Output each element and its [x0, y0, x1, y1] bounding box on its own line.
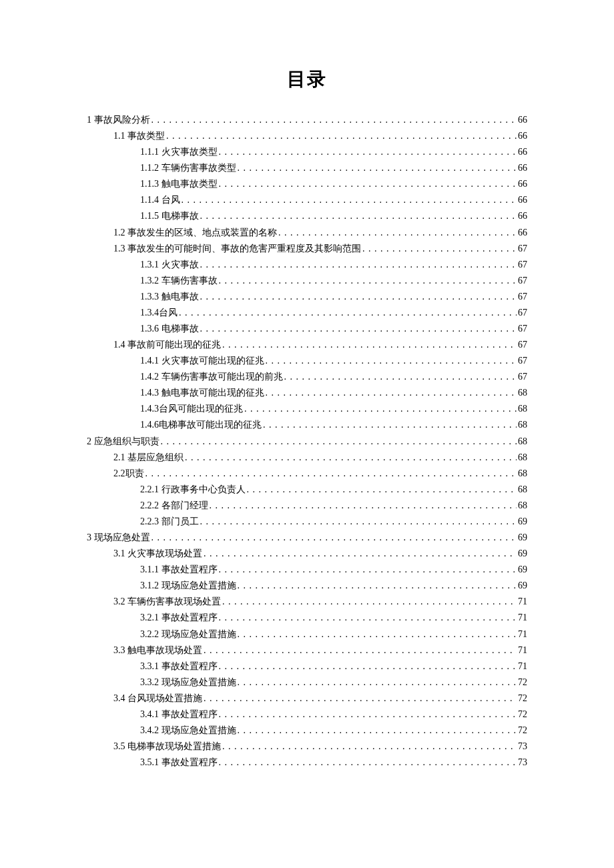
toc-entry-page: 66 [518, 144, 527, 160]
toc-entry-page: 68 [518, 482, 527, 498]
toc-leader-dots [238, 160, 517, 176]
toc-entry-label: 1.1 事故类型 [113, 128, 165, 144]
toc-entry[interactable]: 2.2职责68 [87, 466, 527, 482]
toc-entry-label: 3.5.1 事故处置程序 [140, 755, 218, 771]
toc-entry[interactable]: 1 事故风险分析66 [87, 112, 527, 128]
toc-entry[interactable]: 2.2.1 行政事务中心负责人68 [87, 482, 527, 498]
toc-entry[interactable]: 2.2.3 部门员工69 [87, 514, 527, 530]
toc-entry[interactable]: 2 应急组织与职责68 [87, 434, 527, 450]
toc-entry[interactable]: 1.3.1 火灾事故67 [87, 257, 527, 273]
toc-leader-dots [278, 225, 517, 241]
toc-entry-page: 69 [518, 530, 527, 546]
toc-leader-dots [238, 675, 517, 691]
toc-leader-dots [222, 594, 517, 610]
toc-leader-dots [182, 192, 517, 208]
toc-entry[interactable]: 1.3.2 车辆伤害事故67 [87, 273, 527, 289]
toc-leader-dots [200, 257, 517, 273]
toc-entry-page: 67 [518, 305, 527, 321]
toc-leader-dots [166, 128, 517, 144]
toc-leader-dots [200, 289, 517, 305]
toc-entry[interactable]: 3.3 触电事故现场处置71 [87, 642, 527, 659]
toc-leader-dots [247, 482, 517, 498]
toc-leader-dots [145, 466, 517, 482]
toc-entry[interactable]: 3.1.2 现场应急处置措施69 [87, 578, 527, 594]
toc-entry[interactable]: 3.2.2 现场应急处置措施71 [87, 626, 527, 642]
toc-entry-label: 1.3.3 触电事故 [140, 289, 199, 305]
toc-entry[interactable]: 3.2.1 事故处置程序71 [87, 610, 527, 626]
toc-entry[interactable]: 1.4.3 触电事故可能出现的征兆68 [87, 385, 527, 401]
toc-entry[interactable]: 1.4 事故前可能出现的征兆67 [87, 337, 527, 353]
toc-leader-dots [238, 578, 517, 594]
toc-entry[interactable]: 2.1 基层应急组织68 [87, 450, 527, 466]
toc-entry-label: 1.4.3 触电事故可能出现的征兆 [140, 385, 264, 401]
toc-entry-label: 3 现场应急处置 [87, 530, 150, 546]
toc-entry[interactable]: 1.4.1 火灾事故可能出现的征兆67 [87, 353, 527, 369]
toc-entry-label: 3.3.1 事故处置程序 [140, 659, 218, 675]
toc-leader-dots [204, 691, 517, 707]
toc-leader-dots [219, 707, 517, 723]
toc-leader-dots [151, 112, 517, 128]
toc-entry-label: 2.2.3 部门员工 [140, 514, 199, 530]
toc-entry[interactable]: 1.3.6 电梯事故67 [87, 321, 527, 337]
toc-entry-page: 67 [518, 273, 527, 289]
toc-entry-label: 1.1.1 火灾事故类型 [140, 144, 218, 160]
toc-entry-label: 3.3 触电事故现场处置 [113, 642, 202, 659]
toc-entry-page: 66 [518, 225, 527, 241]
toc-entry[interactable]: 3.1 火灾事故现场处置69 [87, 546, 527, 562]
toc-entry[interactable]: 3.3.1 事故处置程序71 [87, 659, 527, 675]
toc-entry-label: 3.2 车辆伤害事故现场处置 [113, 594, 221, 610]
toc-entry[interactable]: 2.2.2 各部门经理68 [87, 498, 527, 514]
toc-leader-dots [263, 417, 517, 433]
toc-entry[interactable]: 1.1.2 车辆伤害事故类型66 [87, 160, 527, 176]
toc-entry[interactable]: 1.1.5 电梯事故66 [87, 208, 527, 224]
toc-entry-label: 3.3.2 现场应急处置措施 [140, 675, 236, 691]
toc-entry-label: 3.4 台风现场处置措施 [113, 691, 202, 707]
toc-entry[interactable]: 1.3 事故发生的可能时间、事故的危害严重程度及其影响范围67 [87, 241, 527, 257]
toc-entry[interactable]: 1.1.1 火灾事故类型66 [87, 144, 527, 160]
toc-entry[interactable]: 3.4.1 事故处置程序72 [87, 707, 527, 723]
toc-entry[interactable]: 3.4.2 现场应急处置措施72 [87, 723, 527, 739]
toc-entry[interactable]: 1.4.3台风可能出现的征兆68 [87, 401, 527, 417]
toc-entry-page: 71 [518, 659, 527, 675]
toc-entry[interactable]: 1.2 事故发生的区域、地点或装置的名称66 [87, 225, 527, 241]
toc-leader-dots [219, 659, 517, 675]
toc-entry[interactable]: 1.3.3 触电事故67 [87, 289, 527, 305]
toc-leader-dots [266, 385, 517, 401]
toc-leader-dots [151, 530, 517, 546]
toc-entry-page: 66 [518, 160, 527, 176]
toc-entry-label: 1.1.5 电梯事故 [140, 208, 199, 224]
toc-entry-label: 2.2.1 行政事务中心负责人 [140, 482, 246, 498]
toc-entry[interactable]: 3.2 车辆伤害事故现场处置71 [87, 594, 527, 610]
toc-entry[interactable]: 3.4 台风现场处置措施72 [87, 691, 527, 707]
toc-entry-label: 2 应急组织与职责 [87, 434, 160, 450]
toc-entry-page: 69 [518, 578, 527, 594]
toc-entry[interactable]: 3.5 电梯事故现场处置措施73 [87, 739, 527, 755]
toc-entry-page: 69 [518, 514, 527, 530]
toc-entry[interactable]: 1.1.3 触电事故类型66 [87, 176, 527, 192]
toc-entry-page: 73 [518, 755, 527, 771]
toc-entry[interactable]: 3 现场应急处置69 [87, 530, 527, 546]
toc-entry[interactable]: 1.4.6电梯事故可能出现的征兆68 [87, 417, 527, 433]
toc-entry-label: 3.5 电梯事故现场处置措施 [113, 739, 221, 755]
toc-entry-page: 68 [518, 450, 527, 466]
toc-entry-page: 67 [518, 369, 527, 385]
toc-entry-page: 67 [518, 241, 527, 257]
toc-leader-dots [185, 450, 517, 466]
toc-entry-page: 69 [518, 562, 527, 578]
toc-entry-label: 1.4.3台风可能出现的征兆 [140, 401, 243, 417]
toc-entry[interactable]: 1.4.2 车辆伤害事故可能出现的前兆67 [87, 369, 527, 385]
toc-leader-dots [204, 642, 517, 659]
toc-entry-page: 67 [518, 337, 527, 353]
toc-entry[interactable]: 1.1 事故类型66 [87, 128, 527, 144]
toc-entry[interactable]: 3.3.2 现场应急处置措施72 [87, 675, 527, 691]
toc-entry-label: 1.1.4 台风 [140, 192, 180, 208]
toc-entry[interactable]: 1.1.4 台风66 [87, 192, 527, 208]
toc-entry-label: 3.1.1 事故处置程序 [140, 562, 218, 578]
toc-entry-label: 1.2 事故发生的区域、地点或装置的名称 [113, 225, 277, 241]
toc-leader-dots [219, 755, 517, 771]
toc-entry[interactable]: 1.3.4台风67 [87, 305, 527, 321]
toc-entry[interactable]: 3.1.1 事故处置程序69 [87, 562, 527, 578]
toc-leader-dots [222, 739, 517, 755]
toc-leader-dots [219, 176, 517, 192]
toc-entry[interactable]: 3.5.1 事故处置程序73 [87, 755, 527, 771]
